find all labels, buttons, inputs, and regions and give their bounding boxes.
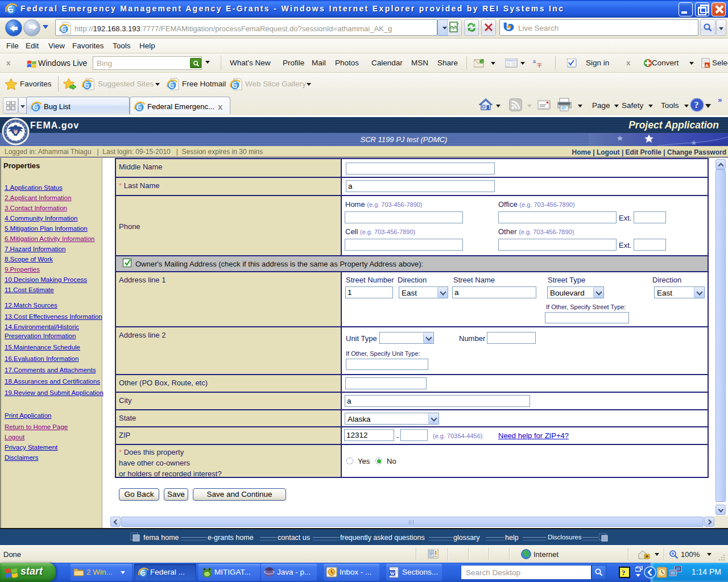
svg-text:A: A <box>705 63 709 68</box>
svg-text:字: 字 <box>537 63 542 68</box>
svg-text:a: a <box>533 59 536 64</box>
svg-text:?: ? <box>622 568 626 577</box>
svg-text:?: ? <box>694 100 699 110</box>
svg-text:W: W <box>390 571 395 576</box>
